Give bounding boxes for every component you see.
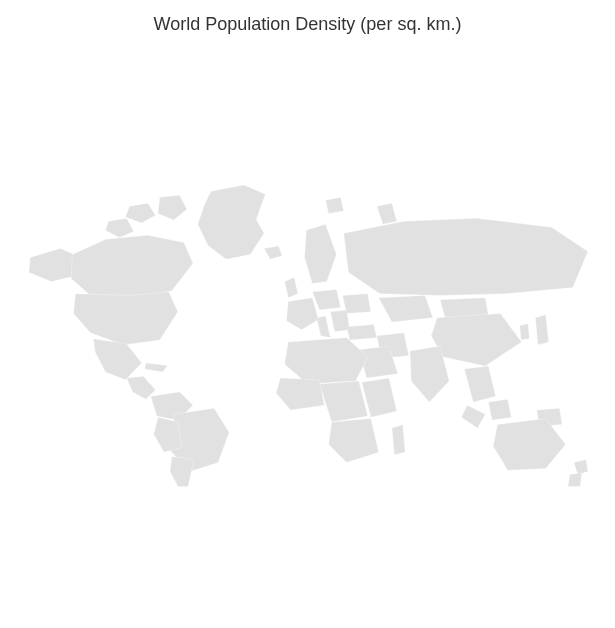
- country-canada-islands-1: [125, 203, 155, 223]
- country-novaya-zemlya: [377, 203, 397, 224]
- chart-title: World Population Density (per sq. km.): [154, 14, 462, 35]
- country-peru-bolivia: [154, 417, 182, 452]
- country-japan: [535, 314, 548, 344]
- country-china: [431, 313, 521, 365]
- country-sumatra: [461, 405, 485, 428]
- country-mexico: [93, 339, 141, 380]
- country-italy: [317, 316, 331, 338]
- country-argentina-chile: [170, 456, 194, 486]
- country-south-africa: [329, 418, 379, 462]
- country-canada: [71, 235, 193, 300]
- country-kazakhstan: [379, 295, 433, 322]
- country-ukraine: [342, 293, 370, 313]
- country-madagascar: [392, 424, 405, 454]
- country-canada-islands-3: [106, 218, 134, 237]
- country-north-africa: [285, 337, 368, 383]
- country-usa: [74, 292, 178, 345]
- country-turkey: [347, 324, 377, 340]
- country-borneo: [488, 399, 511, 420]
- country-greenland: [198, 185, 266, 259]
- country-nz-south: [568, 472, 582, 486]
- country-germany-poland: [312, 289, 340, 310]
- map-container: [0, 35, 615, 628]
- country-svalbard: [326, 197, 344, 213]
- country-central-africa: [320, 381, 368, 422]
- country-australia: [493, 418, 565, 470]
- country-korea: [520, 323, 530, 339]
- country-russia: [344, 218, 588, 295]
- country-cuba: [145, 363, 168, 372]
- country-france-spain: [286, 298, 318, 330]
- country-canada-islands-2: [158, 195, 187, 220]
- country-central-america: [127, 376, 156, 399]
- country-west-africa: [276, 378, 324, 410]
- country-scandinavia: [304, 224, 336, 283]
- country-iceland: [264, 246, 282, 259]
- world-map: [6, 164, 609, 490]
- country-se-asia: [464, 366, 495, 402]
- country-nz-north: [574, 459, 588, 474]
- country-uk: [285, 277, 298, 298]
- country-east-africa: [362, 378, 397, 417]
